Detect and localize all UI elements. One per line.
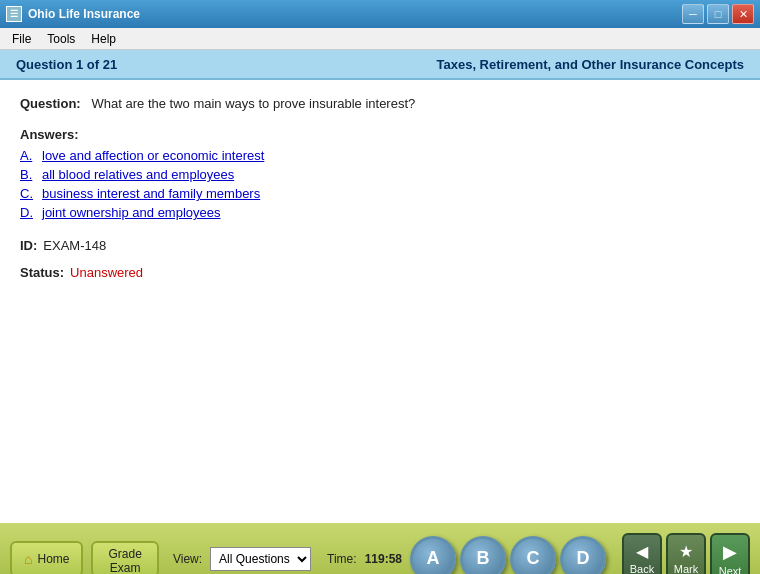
status-value: Unanswered <box>70 265 143 280</box>
answer-letter-c[interactable]: C. <box>20 186 42 201</box>
titlebar: ☰ Ohio Life Insurance ─ □ ✕ <box>0 0 760 28</box>
topic-title: Taxes, Retirement, and Other Insurance C… <box>436 57 744 72</box>
answer-letter-a[interactable]: A. <box>20 148 42 163</box>
time-value: 119:58 <box>365 552 402 566</box>
menubar: File Tools Help <box>0 28 760 50</box>
home-button[interactable]: ⌂ Home <box>10 541 83 575</box>
star-icon: ★ <box>679 542 693 561</box>
minimize-button[interactable]: ─ <box>682 4 704 24</box>
grade-exam-button[interactable]: Grade Exam <box>91 541 158 575</box>
question-text: What are the two main ways to prove insu… <box>92 96 416 111</box>
circle-c-button[interactable]: C <box>510 536 556 575</box>
answer-letter-b[interactable]: B. <box>20 167 42 182</box>
circle-a-button[interactable]: A <box>410 536 456 575</box>
mark-label: Mark <box>674 563 698 574</box>
restore-button[interactable]: □ <box>707 4 729 24</box>
answer-circles: A B C D <box>410 536 606 575</box>
view-select[interactable]: All Questions <box>210 547 311 571</box>
menu-tools[interactable]: Tools <box>39 30 83 48</box>
main-content: Question: What are the two main ways to … <box>0 80 760 523</box>
id-label: ID: <box>20 238 37 253</box>
answer-letter-d[interactable]: D. <box>20 205 42 220</box>
answer-row-d[interactable]: D. joint ownership and employees <box>20 205 740 220</box>
id-value: EXAM-148 <box>43 238 106 253</box>
back-arrow-icon: ◀ <box>636 542 648 561</box>
answer-text-c[interactable]: business interest and family members <box>42 186 260 201</box>
answer-text-a[interactable]: love and affection or economic interest <box>42 148 264 163</box>
close-button[interactable]: ✕ <box>732 4 754 24</box>
home-icon: ⌂ <box>24 551 32 567</box>
status-row: Status: Unanswered <box>20 265 740 280</box>
question-counter: Question 1 of 21 <box>16 57 117 72</box>
time-label: Time: <box>327 552 357 566</box>
app-icon: ☰ <box>6 6 22 22</box>
answer-text-b[interactable]: all blood relatives and employees <box>42 167 234 182</box>
circle-b-button[interactable]: B <box>460 536 506 575</box>
view-label: View: <box>173 552 202 566</box>
question-label: Question: <box>20 96 81 111</box>
status-label: Status: <box>20 265 64 280</box>
next-arrow-icon: ▶ <box>723 541 737 563</box>
window-controls: ─ □ ✕ <box>682 4 754 24</box>
mark-button[interactable]: ★ Mark <box>666 533 706 575</box>
answer-row-b[interactable]: B. all blood relatives and employees <box>20 167 740 182</box>
back-button[interactable]: ◀ Back <box>622 533 662 575</box>
circle-d-button[interactable]: D <box>560 536 606 575</box>
bottom-bar: ⌂ Home Grade Exam View: All Questions Ti… <box>0 523 760 574</box>
answer-row-a[interactable]: A. love and affection or economic intere… <box>20 148 740 163</box>
answer-text-d[interactable]: joint ownership and employees <box>42 205 221 220</box>
id-row: ID: EXAM-148 <box>20 238 740 253</box>
next-label: Next <box>719 565 742 575</box>
question-row: Question: What are the two main ways to … <box>20 96 740 111</box>
answer-row-c[interactable]: C. business interest and family members <box>20 186 740 201</box>
header-bar: Question 1 of 21 Taxes, Retirement, and … <box>0 50 760 80</box>
answers-label: Answers: <box>20 127 740 142</box>
home-label: Home <box>37 552 69 566</box>
nav-buttons: ◀ Back ★ Mark ▶ Next <box>622 533 750 575</box>
back-label: Back <box>630 563 654 574</box>
app-title: Ohio Life Insurance <box>28 7 682 21</box>
menu-file[interactable]: File <box>4 30 39 48</box>
menu-help[interactable]: Help <box>83 30 124 48</box>
next-button[interactable]: ▶ Next <box>710 533 750 575</box>
